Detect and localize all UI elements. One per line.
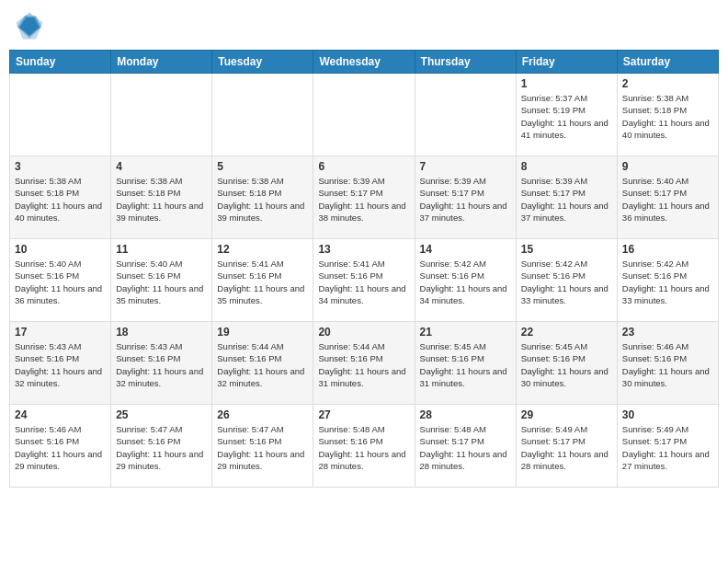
calendar-day-cell: 4Sunrise: 5:38 AM Sunset: 5:18 PM Daylig… xyxy=(111,156,212,239)
day-info: Sunrise: 5:38 AM Sunset: 5:18 PM Dayligh… xyxy=(15,175,106,224)
calendar-day-cell: 22Sunrise: 5:45 AM Sunset: 5:16 PM Dayli… xyxy=(516,322,617,405)
calendar-day-cell: 9Sunrise: 5:40 AM Sunset: 5:17 PM Daylig… xyxy=(617,156,718,239)
day-number: 29 xyxy=(521,408,612,421)
calendar-day-cell: 1Sunrise: 5:37 AM Sunset: 5:19 PM Daylig… xyxy=(516,74,617,156)
calendar-day-cell: 6Sunrise: 5:39 AM Sunset: 5:17 PM Daylig… xyxy=(313,156,415,239)
calendar-day-cell: 25Sunrise: 5:47 AM Sunset: 5:16 PM Dayli… xyxy=(111,405,212,488)
calendar-day-cell: 20Sunrise: 5:44 AM Sunset: 5:16 PM Dayli… xyxy=(313,322,415,405)
calendar-day-cell xyxy=(212,74,313,156)
calendar-table: SundayMondayTuesdayWednesdayThursdayFrid… xyxy=(9,50,719,488)
calendar-day-cell: 27Sunrise: 5:48 AM Sunset: 5:16 PM Dayli… xyxy=(313,405,415,488)
day-number: 18 xyxy=(116,326,207,339)
calendar-week-row: 3Sunrise: 5:38 AM Sunset: 5:18 PM Daylig… xyxy=(10,156,719,239)
day-number: 8 xyxy=(521,160,612,173)
day-number: 13 xyxy=(318,243,409,256)
day-number: 11 xyxy=(116,243,207,256)
calendar-day-cell: 17Sunrise: 5:43 AM Sunset: 5:16 PM Dayli… xyxy=(10,322,111,405)
logo xyxy=(13,9,50,42)
day-number: 22 xyxy=(521,326,612,339)
calendar-day-cell: 7Sunrise: 5:39 AM Sunset: 5:17 PM Daylig… xyxy=(415,156,516,239)
day-number: 1 xyxy=(521,77,612,90)
day-info: Sunrise: 5:40 AM Sunset: 5:17 PM Dayligh… xyxy=(622,175,713,224)
day-number: 17 xyxy=(15,326,106,339)
day-info: Sunrise: 5:49 AM Sunset: 5:17 PM Dayligh… xyxy=(521,423,612,472)
calendar-day-cell: 30Sunrise: 5:49 AM Sunset: 5:17 PM Dayli… xyxy=(617,405,718,488)
day-number: 14 xyxy=(420,243,511,256)
day-info: Sunrise: 5:49 AM Sunset: 5:17 PM Dayligh… xyxy=(622,423,713,472)
day-number: 28 xyxy=(420,408,511,421)
day-info: Sunrise: 5:39 AM Sunset: 5:17 PM Dayligh… xyxy=(521,175,612,224)
calendar-day-cell: 5Sunrise: 5:38 AM Sunset: 5:18 PM Daylig… xyxy=(212,156,313,239)
day-number: 27 xyxy=(318,408,409,421)
day-number: 16 xyxy=(622,243,713,256)
day-info: Sunrise: 5:38 AM Sunset: 5:18 PM Dayligh… xyxy=(217,175,308,224)
calendar-day-cell: 28Sunrise: 5:48 AM Sunset: 5:17 PM Dayli… xyxy=(415,405,516,488)
day-info: Sunrise: 5:38 AM Sunset: 5:18 PM Dayligh… xyxy=(622,92,713,141)
calendar-day-cell xyxy=(111,74,212,156)
page-header xyxy=(9,9,719,42)
calendar-day-cell: 10Sunrise: 5:40 AM Sunset: 5:16 PM Dayli… xyxy=(10,239,111,322)
day-info: Sunrise: 5:44 AM Sunset: 5:16 PM Dayligh… xyxy=(318,340,409,389)
calendar-day-cell xyxy=(415,74,516,156)
day-info: Sunrise: 5:38 AM Sunset: 5:18 PM Dayligh… xyxy=(116,175,207,224)
calendar-day-cell xyxy=(313,74,415,156)
calendar-day-cell: 14Sunrise: 5:42 AM Sunset: 5:16 PM Dayli… xyxy=(415,239,516,322)
day-number: 19 xyxy=(217,326,308,339)
day-info: Sunrise: 5:43 AM Sunset: 5:16 PM Dayligh… xyxy=(116,340,207,389)
day-number: 7 xyxy=(420,160,511,173)
day-number: 6 xyxy=(318,160,409,173)
day-info: Sunrise: 5:48 AM Sunset: 5:16 PM Dayligh… xyxy=(318,423,409,472)
calendar-day-cell: 19Sunrise: 5:44 AM Sunset: 5:16 PM Dayli… xyxy=(212,322,313,405)
day-number: 25 xyxy=(116,408,207,421)
day-number: 10 xyxy=(15,243,106,256)
day-info: Sunrise: 5:43 AM Sunset: 5:16 PM Dayligh… xyxy=(15,340,106,389)
day-info: Sunrise: 5:44 AM Sunset: 5:16 PM Dayligh… xyxy=(217,340,308,389)
calendar-day-cell: 8Sunrise: 5:39 AM Sunset: 5:17 PM Daylig… xyxy=(516,156,617,239)
calendar-week-row: 17Sunrise: 5:43 AM Sunset: 5:16 PM Dayli… xyxy=(10,322,719,405)
day-info: Sunrise: 5:46 AM Sunset: 5:16 PM Dayligh… xyxy=(15,423,106,472)
day-info: Sunrise: 5:47 AM Sunset: 5:16 PM Dayligh… xyxy=(116,423,207,472)
day-info: Sunrise: 5:42 AM Sunset: 5:16 PM Dayligh… xyxy=(622,258,713,306)
day-info: Sunrise: 5:48 AM Sunset: 5:17 PM Dayligh… xyxy=(420,423,511,472)
weekday-header: Sunday xyxy=(10,51,111,74)
day-number: 26 xyxy=(217,408,308,421)
weekday-header: Wednesday xyxy=(313,51,415,74)
calendar-day-cell: 18Sunrise: 5:43 AM Sunset: 5:16 PM Dayli… xyxy=(111,322,212,405)
day-number: 9 xyxy=(622,160,713,173)
day-number: 20 xyxy=(318,326,409,339)
calendar-day-cell: 13Sunrise: 5:41 AM Sunset: 5:16 PM Dayli… xyxy=(313,239,415,322)
weekday-header: Tuesday xyxy=(212,51,313,74)
day-number: 5 xyxy=(217,160,308,173)
day-number: 12 xyxy=(217,243,308,256)
calendar-day-cell: 26Sunrise: 5:47 AM Sunset: 5:16 PM Dayli… xyxy=(212,405,313,488)
calendar-day-cell xyxy=(10,74,111,156)
calendar-week-row: 10Sunrise: 5:40 AM Sunset: 5:16 PM Dayli… xyxy=(10,239,719,322)
logo-icon xyxy=(13,9,46,42)
day-number: 30 xyxy=(622,408,713,421)
day-info: Sunrise: 5:45 AM Sunset: 5:16 PM Dayligh… xyxy=(420,340,511,389)
day-number: 23 xyxy=(622,326,713,339)
calendar-day-cell: 16Sunrise: 5:42 AM Sunset: 5:16 PM Dayli… xyxy=(617,239,718,322)
day-info: Sunrise: 5:46 AM Sunset: 5:16 PM Dayligh… xyxy=(622,340,713,389)
day-info: Sunrise: 5:39 AM Sunset: 5:17 PM Dayligh… xyxy=(420,175,511,224)
calendar-day-cell: 24Sunrise: 5:46 AM Sunset: 5:16 PM Dayli… xyxy=(10,405,111,488)
day-info: Sunrise: 5:47 AM Sunset: 5:16 PM Dayligh… xyxy=(217,423,308,472)
weekday-header: Saturday xyxy=(617,51,718,74)
day-info: Sunrise: 5:40 AM Sunset: 5:16 PM Dayligh… xyxy=(15,258,106,306)
day-info: Sunrise: 5:41 AM Sunset: 5:16 PM Dayligh… xyxy=(318,258,409,306)
calendar-day-cell: 12Sunrise: 5:41 AM Sunset: 5:16 PM Dayli… xyxy=(212,239,313,322)
calendar-day-cell: 2Sunrise: 5:38 AM Sunset: 5:18 PM Daylig… xyxy=(617,74,718,156)
day-number: 3 xyxy=(15,160,106,173)
day-info: Sunrise: 5:39 AM Sunset: 5:17 PM Dayligh… xyxy=(318,175,409,224)
day-number: 2 xyxy=(622,77,713,90)
calendar-day-cell: 11Sunrise: 5:40 AM Sunset: 5:16 PM Dayli… xyxy=(111,239,212,322)
day-info: Sunrise: 5:41 AM Sunset: 5:16 PM Dayligh… xyxy=(217,258,308,306)
day-info: Sunrise: 5:40 AM Sunset: 5:16 PM Dayligh… xyxy=(116,258,207,306)
day-info: Sunrise: 5:45 AM Sunset: 5:16 PM Dayligh… xyxy=(521,340,612,389)
day-info: Sunrise: 5:37 AM Sunset: 5:19 PM Dayligh… xyxy=(521,92,612,141)
day-info: Sunrise: 5:42 AM Sunset: 5:16 PM Dayligh… xyxy=(521,258,612,306)
day-number: 21 xyxy=(420,326,511,339)
calendar-day-cell: 21Sunrise: 5:45 AM Sunset: 5:16 PM Dayli… xyxy=(415,322,516,405)
day-number: 24 xyxy=(15,408,106,421)
weekday-header: Thursday xyxy=(415,51,516,74)
